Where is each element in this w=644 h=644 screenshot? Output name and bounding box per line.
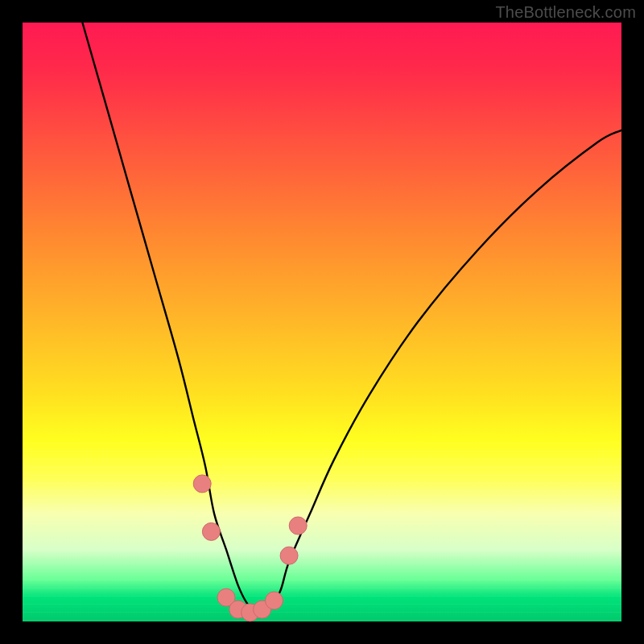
bottleneck-curve xyxy=(82,23,621,613)
curve-marker xyxy=(266,592,283,609)
chart-svg xyxy=(23,23,621,621)
curve-marker xyxy=(280,547,298,564)
outer-frame: TheBottleneck.com xyxy=(0,0,644,644)
curve-marker xyxy=(202,522,220,540)
curve-marker xyxy=(289,517,307,535)
curve-marker xyxy=(193,475,211,493)
plot-area xyxy=(23,23,621,621)
watermark-text: TheBottleneck.com xyxy=(495,3,636,22)
